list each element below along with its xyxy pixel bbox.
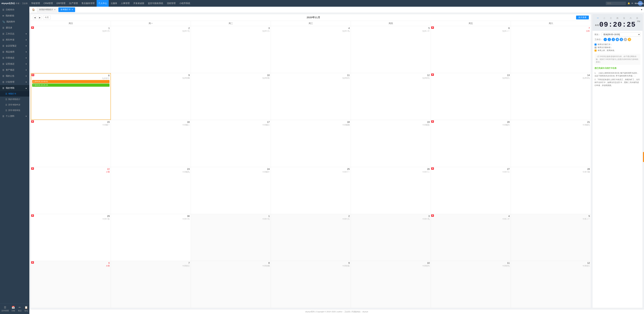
tab-坐考勤打卡[interactable]: 坐考勤打卡 ✕ — [58, 7, 75, 12]
day-cell[interactable]: 24十月初十 — [191, 167, 271, 214]
bottom-item-日程[interactable]: 📅 日程 — [10, 305, 16, 313]
day-cell[interactable]: 5十月二一 — [511, 214, 591, 261]
day-cell[interactable]: 4九月十九 — [271, 26, 351, 73]
sidebar-item-我的考勤[interactable]: ☰ 我的考勤 ▲ — [0, 85, 29, 91]
next-month-btn[interactable]: ▶ — [38, 16, 42, 19]
day-cell[interactable]: 休13九月廿八 — [431, 73, 511, 120]
day-cell[interactable]: 休27十月十三 — [431, 167, 511, 214]
day-number: 17 — [192, 121, 270, 123]
main-layout: ☰ 日程待办 ✉ 我的邮箱 📎 我的附件 ☰ 通讯录 ☰ 工作日志 ▼☰ 用车申… — [0, 7, 644, 314]
day-cell[interactable]: 7立冬 — [511, 26, 591, 73]
sidebar-item-我的附件[interactable]: 📎 我的附件 — [0, 19, 29, 25]
day-cell[interactable]: 11十月廿七 — [431, 261, 511, 308]
legend: 每周当天都工作； 每周当天都休假； 单周上班，双周休假。 — [594, 43, 640, 52]
day-cell[interactable]: 3十月十九 — [351, 214, 431, 261]
day-cell[interactable]: 休1九月十六 — [31, 26, 111, 73]
day-cell[interactable]: 休20十月初六 — [431, 120, 511, 167]
bell-icon[interactable]: 🔔 — [628, 2, 630, 4]
nav-item-ERP管理[interactable]: ERP管理 — [55, 0, 67, 7]
day-cell[interactable]: 9十月廿五 — [271, 261, 351, 308]
sidebar-subitem-异常考勤申诉[interactable]: ☰ 异常考勤申诉 — [0, 102, 29, 108]
nav-item-云服务[interactable]: 云服务 — [109, 0, 119, 7]
day-cell[interactable]: 9九月廿四 — [111, 73, 191, 120]
nav-item-CRM管理[interactable]: CRM管理 — [42, 0, 55, 7]
avatar[interactable]: chendong... — [638, 1, 643, 6]
sidebar-item-工作日志[interactable]: ☰ 工作日志 ▼ — [0, 31, 29, 37]
day-cell[interactable]: 5九月二十 — [351, 26, 431, 73]
sidebar-item-计划管理[interactable]: ☰ 计划管理 ▼ — [0, 79, 29, 85]
day-cell[interactable]: 10九月廿五 — [191, 73, 271, 120]
subitem-label: 异常考勤申诉 — [8, 103, 20, 106]
tab-坐我的考勤统计[interactable]: 坐我的考勤统计 ✕ — [37, 7, 58, 12]
day-cell[interactable]: 7十月廿三 — [111, 261, 191, 308]
tab-close[interactable]: ✕ — [72, 9, 73, 10]
day-cell[interactable]: 16十月初二 — [111, 120, 191, 167]
bottom-item-论坛[interactable]: 📋 论坛 — [23, 305, 29, 313]
day-cell[interactable]: 8十月廿四 — [191, 261, 271, 308]
day-cell[interactable]: 12十月廿八 — [511, 261, 591, 308]
day-cell[interactable]: 1十月十七 — [191, 214, 271, 261]
nav-item-监控与报表系统[interactable]: 监控与报表系统 — [146, 0, 165, 7]
sidebar-item-日程待办[interactable]: ☰ 日程待办 — [0, 7, 29, 13]
sidebar-item-印章借还[interactable]: ☰ 印章借还 ▼ — [0, 55, 29, 61]
sidebar-item-我的邮箱[interactable]: ✉ 我的邮箱 — [0, 13, 29, 19]
nav-item-人事管理[interactable]: 人事管理 — [119, 0, 131, 7]
day-cell[interactable]: 21十月初七 — [511, 120, 591, 167]
rest-badge: 休 — [32, 74, 34, 76]
day-cell[interactable]: 11九月廿六 — [271, 73, 351, 120]
day-cell[interactable]: 休8九月廿三上班时间:16:49:01下班时间:20:25:24 — [31, 73, 111, 120]
day-cell[interactable]: 26十月十二 — [351, 167, 431, 214]
bottom-item-文件管理[interactable]: ☰ 文件管理 — [0, 305, 10, 313]
sidebar-item-用品领用[interactable]: ☰ 用品领用 ▼ — [0, 49, 29, 55]
sidebar-item-用车申请[interactable]: ☰ 用车申请 ▼ — [0, 37, 29, 43]
nav-item-流程管理[interactable]: 流程管理 — [165, 0, 177, 7]
day-cell[interactable]: 25十月十一 — [271, 167, 351, 214]
prev-month-btn[interactable]: ◀ — [33, 16, 36, 19]
day-cell[interactable]: 休22小雪 — [31, 167, 111, 214]
nav-item-开发者桌面[interactable]: 开发者桌面 — [132, 0, 146, 7]
day-cell[interactable]: 30十月十六 — [111, 214, 191, 261]
day-cell[interactable]: 19十月初五 — [351, 120, 431, 167]
nav-item-售后服务管理[interactable]: 售后服务管理 — [80, 0, 96, 7]
day-cell[interactable]: 休29十月十五 — [31, 214, 111, 261]
right-edge-bar[interactable] — [643, 152, 644, 162]
day-cell[interactable]: 休4十月二十 — [431, 214, 511, 261]
shift-select[interactable]: 双休[09:00~18:00] — [602, 32, 640, 36]
message-icon[interactable]: ✉ — [632, 2, 633, 4]
sidebar-item-我的公告[interactable]: ☰ 我的公告 ▼ — [0, 73, 29, 79]
sidebar-subitem-我的考勤统计[interactable]: ☰ 我的考勤统计 — [0, 97, 29, 102]
today-btn[interactable]: 今天 — [43, 15, 51, 19]
sidebar-item-个人资料[interactable]: ☰ 个人资料 ▼ — [0, 113, 29, 119]
day-cell[interactable]: 休6九月二一 — [431, 26, 511, 73]
task-done: 您已完成今日的打卡任务 — [594, 67, 640, 70]
month-view-btn[interactable]: 按月查看 — [576, 15, 589, 19]
bottom-item-笔记[interactable]: ✏ 笔记 — [16, 305, 23, 313]
sidebar-item-资产领还[interactable]: ☰ 资产领还 ▼ — [0, 67, 29, 73]
nav-item-生产管理[interactable]: 生产管理 — [68, 0, 80, 7]
sidebar-item-会议室预定[interactable]: ☰ 会议室预定 ▼ — [0, 43, 29, 49]
day-cell[interactable]: 10十月廿六 — [351, 261, 431, 308]
sidebar-item-证照借还[interactable]: ☰ 证照借还 ▼ — [0, 61, 29, 67]
lunar-date: 十月初七 — [512, 124, 590, 126]
day-cell[interactable]: 2十月十八 — [271, 214, 351, 261]
search-input[interactable] — [606, 2, 626, 5]
sidebar-item-通讯录[interactable]: ☰ 通讯录 — [0, 25, 29, 31]
sidebar-subitem-异常考勤审批[interactable]: ☰ 异常考勤审批 — [0, 108, 29, 113]
day-cell[interactable]: 休6大雪 — [31, 261, 111, 308]
sidebar-subitem-考勤打卡[interactable]: ☰ 考勤打卡 — [0, 91, 29, 97]
day-cell[interactable]: 12九月廿七 — [351, 73, 431, 120]
tab-close[interactable]: ✕ — [54, 9, 56, 10]
home-tab[interactable]: 🏠 — [31, 8, 36, 11]
day-cell[interactable]: 28十月十四 — [511, 167, 591, 214]
nav-item-学校管理[interactable]: 学校管理 — [30, 0, 42, 7]
nav-item-个人中心[interactable]: 个人中心 — [96, 0, 109, 7]
day-cell[interactable]: 休15十月初一 — [31, 120, 111, 167]
day-cell[interactable]: 18十月初四 — [271, 120, 351, 167]
day-cell[interactable]: 2九月十七 — [111, 26, 191, 73]
day-cell[interactable]: 14九月廿九 — [511, 73, 591, 120]
day-cell[interactable]: 23十月初九 — [111, 167, 191, 214]
nav-item-小程序系统[interactable]: 小程序系统 — [178, 0, 192, 7]
day-cell[interactable]: 17十月初三 — [191, 120, 271, 167]
day-cell[interactable]: 3九月十八 — [191, 26, 271, 73]
tab-dropdown[interactable]: ▼ — [641, 8, 643, 11]
